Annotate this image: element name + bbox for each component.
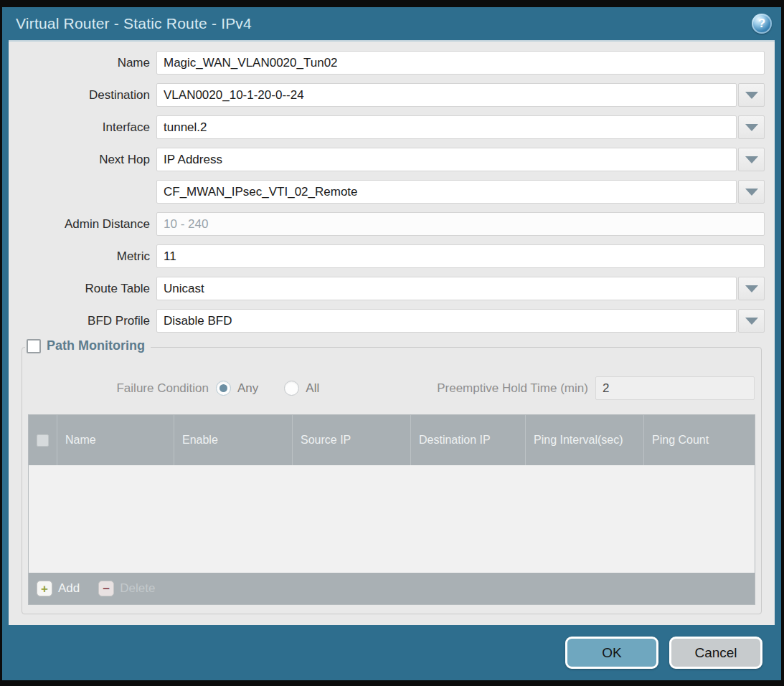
path-monitoring-legend: Path Monitoring bbox=[25, 338, 151, 353]
preemptive-hold-time-input[interactable] bbox=[595, 376, 755, 400]
next-hop-address-dropdown-button[interactable] bbox=[738, 180, 765, 204]
admin-distance-label: Admin Distance bbox=[19, 217, 156, 232]
add-button-label: Add bbox=[58, 581, 80, 596]
column-header-name[interactable]: Name bbox=[57, 415, 174, 465]
help-icon[interactable]: ? bbox=[752, 14, 772, 34]
next-hop-type-input[interactable] bbox=[156, 148, 737, 171]
form-row-bfd-profile: BFD Profile bbox=[19, 309, 765, 333]
delete-button-label: Delete bbox=[120, 581, 155, 596]
bfd-profile-dropdown-button[interactable] bbox=[738, 309, 765, 333]
path-monitoring-section: Path Monitoring Failure Condition Any Al… bbox=[22, 347, 762, 614]
static-route-dialog: Virtual Router - Static Route - IPv4 ? N… bbox=[2, 7, 781, 680]
table-toolbar: + Add − Delete bbox=[29, 573, 755, 604]
select-all-checkbox[interactable] bbox=[37, 434, 49, 447]
radio-any-label: Any bbox=[237, 381, 258, 396]
column-header-enable[interactable]: Enable bbox=[174, 415, 292, 465]
failure-condition-radio-group: Any All bbox=[216, 381, 345, 396]
failure-condition-label: Failure Condition bbox=[28, 381, 216, 396]
route-table-input[interactable] bbox=[156, 277, 737, 300]
metric-label: Metric bbox=[19, 249, 156, 264]
minus-icon: − bbox=[98, 581, 114, 596]
form-row-name: Name bbox=[19, 51, 765, 75]
next-hop-type-dropdown-button[interactable] bbox=[738, 148, 765, 171]
interface-input[interactable] bbox=[156, 115, 737, 139]
cancel-button[interactable]: Cancel bbox=[669, 637, 762, 669]
destination-label: Destination bbox=[19, 88, 156, 103]
chevron-down-icon bbox=[745, 285, 758, 292]
path-monitoring-title: Path Monitoring bbox=[47, 338, 145, 353]
bfd-profile-input[interactable] bbox=[156, 309, 737, 333]
destination-dropdown-button[interactable] bbox=[738, 83, 765, 107]
radio-all-label: All bbox=[306, 381, 319, 396]
form-row-interface: Interface bbox=[19, 115, 765, 139]
radio-any[interactable] bbox=[216, 381, 231, 396]
column-header-source-ip[interactable]: Source IP bbox=[292, 415, 410, 465]
column-header-destination-ip[interactable]: Destination IP bbox=[410, 415, 525, 465]
dialog-title: Virtual Router - Static Route - IPv4 bbox=[16, 15, 752, 32]
path-monitoring-table: Name Enable Source IP Destination IP Pin… bbox=[28, 414, 755, 605]
next-hop-address-input[interactable] bbox=[156, 180, 737, 204]
preemptive-hold-time-label: Preemptive Hold Time (min) bbox=[437, 381, 595, 396]
interface-label: Interface bbox=[19, 120, 156, 135]
chevron-down-icon bbox=[745, 92, 758, 99]
chevron-down-icon bbox=[745, 318, 758, 325]
table-body-empty bbox=[29, 465, 755, 573]
chevron-down-icon bbox=[745, 156, 758, 163]
chevron-down-icon bbox=[745, 189, 758, 196]
ok-button[interactable]: OK bbox=[565, 637, 658, 669]
chevron-down-icon bbox=[745, 124, 758, 131]
interface-dropdown-button[interactable] bbox=[738, 115, 765, 139]
table-header-row: Name Enable Source IP Destination IP Pin… bbox=[29, 415, 755, 465]
metric-input[interactable] bbox=[156, 244, 765, 268]
form-row-route-table: Route Table bbox=[19, 277, 765, 300]
admin-distance-input[interactable] bbox=[156, 212, 765, 236]
delete-button[interactable]: − Delete bbox=[98, 581, 155, 596]
route-table-label: Route Table bbox=[19, 282, 156, 296]
form-row-next-hop-address bbox=[19, 180, 765, 204]
radio-dot bbox=[219, 384, 227, 392]
dialog-footer: OK Cancel bbox=[9, 625, 775, 680]
route-table-dropdown-button[interactable] bbox=[738, 277, 765, 300]
form-row-admin-distance: Admin Distance bbox=[19, 212, 765, 236]
dialog-titlebar: Virtual Router - Static Route - IPv4 ? bbox=[9, 7, 775, 40]
form-row-destination: Destination bbox=[19, 83, 765, 107]
destination-input[interactable] bbox=[156, 83, 737, 107]
form-row-next-hop: Next Hop bbox=[19, 148, 765, 171]
name-input[interactable] bbox=[156, 51, 765, 75]
plus-icon: + bbox=[37, 581, 52, 596]
name-label: Name bbox=[19, 56, 156, 70]
bfd-profile-label: BFD Profile bbox=[19, 314, 156, 328]
column-header-ping-interval[interactable]: Ping Interval(sec) bbox=[525, 415, 643, 465]
dialog-body: Name Destination Interface bbox=[9, 40, 775, 625]
radio-dot bbox=[288, 384, 296, 392]
screenshot-frame: Virtual Router - Static Route - IPv4 ? N… bbox=[0, 0, 784, 686]
next-hop-label: Next Hop bbox=[19, 153, 156, 167]
path-monitoring-checkbox[interactable] bbox=[27, 339, 41, 353]
form-row-metric: Metric bbox=[19, 244, 765, 268]
failure-condition-row: Failure Condition Any All Preemptive Hol… bbox=[28, 376, 755, 400]
select-all-cell bbox=[29, 415, 57, 465]
add-button[interactable]: + Add bbox=[37, 581, 80, 596]
radio-all[interactable] bbox=[284, 381, 299, 396]
column-header-ping-count[interactable]: Ping Count bbox=[643, 415, 755, 465]
